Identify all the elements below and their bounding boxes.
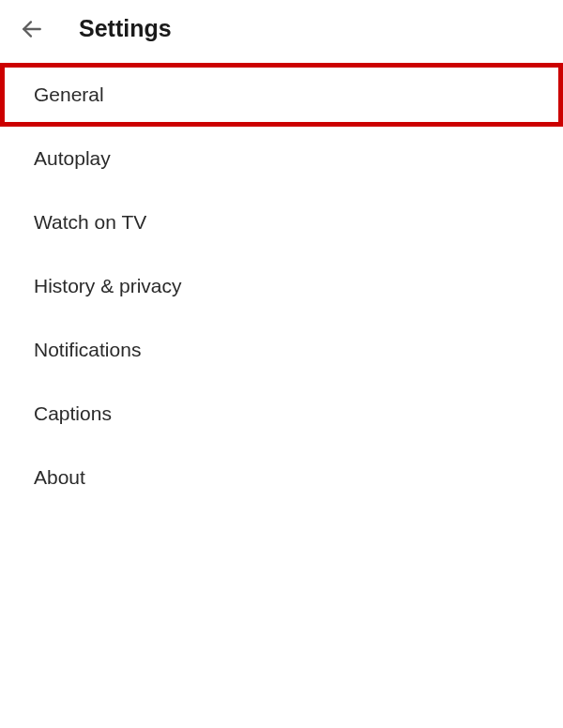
- list-item-notifications[interactable]: Notifications: [0, 318, 563, 382]
- header: Settings: [0, 0, 563, 57]
- settings-list: General Autoplay Watch on TV History & p…: [0, 57, 563, 515]
- list-item-captions[interactable]: Captions: [0, 382, 563, 446]
- list-item-label: General: [34, 83, 104, 105]
- list-item-label: About: [34, 466, 85, 488]
- list-item-general[interactable]: General: [0, 63, 563, 127]
- list-item-label: Watch on TV: [34, 211, 146, 233]
- list-item-history-privacy[interactable]: History & privacy: [0, 254, 563, 318]
- page-title: Settings: [79, 15, 172, 42]
- list-item-about[interactable]: About: [0, 446, 563, 509]
- back-button[interactable]: [19, 16, 45, 42]
- arrow-left-icon: [20, 17, 44, 41]
- list-item-label: Captions: [34, 402, 112, 424]
- list-item-watch-on-tv[interactable]: Watch on TV: [0, 190, 563, 254]
- list-item-label: History & privacy: [34, 275, 182, 296]
- list-item-autoplay[interactable]: Autoplay: [0, 127, 563, 190]
- list-item-label: Autoplay: [34, 147, 111, 169]
- list-item-label: Notifications: [34, 339, 141, 360]
